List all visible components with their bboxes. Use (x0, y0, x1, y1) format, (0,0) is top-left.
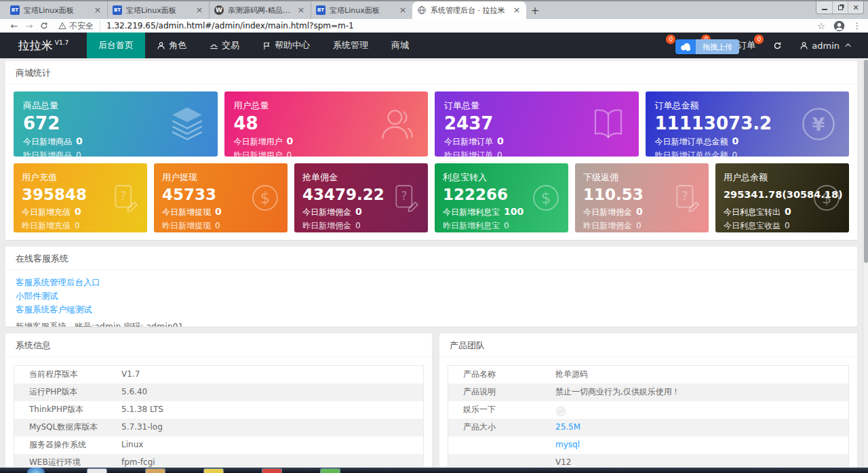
row-label: 娱乐一下 (448, 401, 555, 419)
mall-stats-title: 商城统计 (5, 61, 857, 85)
reload-icon (40, 22, 48, 30)
taskbar-app-icon[interactable] (262, 468, 282, 473)
taskbar-app-icon[interactable] (320, 468, 340, 473)
forward-button[interactable]: → (22, 21, 37, 31)
table-row: 娱乐一下 (448, 401, 848, 419)
row-value: fpm-fcgi (121, 454, 423, 468)
book-icon (589, 104, 628, 144)
dollar-icon: $ (250, 182, 281, 213)
svg-text:?: ? (401, 189, 407, 203)
stat-card-yesterday: 昨日新增利息宝0 (443, 220, 560, 232)
browser-tab-strip: BT宝塔Linux面板×BT宝塔Linux面板×W亲测源码网-精品资源站长亲测×… (0, 0, 868, 19)
address-bar[interactable]: 不安全 1.32.219.65/admin.html#/admin/index/… (58, 20, 810, 32)
browser-tab[interactable]: BT宝塔Linux面板× (107, 1, 209, 19)
system-info-title: 系统信息 (5, 333, 432, 357)
row-value[interactable]: 25.5M (555, 419, 848, 436)
nav-badge-item[interactable]: 0 (649, 33, 676, 58)
service-link[interactable]: 小部件测试 (16, 291, 847, 302)
svg-text:?: ? (682, 189, 688, 203)
stat-card-yesterday: 昨日新增订单总金额0 (655, 150, 840, 157)
table-row: ThinkPHP版本5.1.38 LTS (14, 401, 423, 419)
row-value[interactable]: mysql (555, 436, 848, 454)
svg-text:?: ? (120, 189, 126, 203)
tab-title: 亲测源码网-精品资源站长亲测 (228, 5, 292, 16)
taskbar-app-icon[interactable] (203, 468, 224, 473)
row-value: 5.6.40 (121, 384, 423, 401)
row-label: WEB运行环境 (14, 454, 121, 468)
nav-item-角色[interactable]: 角色 (145, 33, 198, 58)
count-badge: 0 (754, 35, 764, 44)
minimize-button[interactable] (816, 1, 832, 14)
nav-item-商城[interactable]: 商城 (380, 33, 420, 58)
broken-image-icon (555, 405, 566, 414)
stat-card-yesterday: 昨日新增商品0 (23, 150, 208, 157)
app-navbar: 拉拉米V1.7 后台首页角色交易帮助中心系统管理商城 0提现0购物订单0admi… (0, 33, 868, 58)
service-account-note: 新增客服系统 , 账号:admin 密码: admin01 (16, 321, 847, 327)
tab-close-icon[interactable]: × (398, 5, 408, 15)
browser-tab[interactable]: BT宝塔Linux面板× (5, 1, 107, 19)
browser-menu-icon[interactable]: ⋮ (853, 21, 861, 30)
flag-icon (262, 41, 271, 50)
row-label: 运行PHP版本 (14, 384, 121, 401)
start-orb-icon[interactable] (27, 468, 45, 473)
tab-close-icon[interactable]: × (296, 5, 306, 15)
stat-card-yesterday: 昨日新增佣金0 (302, 220, 420, 232)
row-label: ThinkPHP版本 (14, 401, 121, 419)
minimize-icon (822, 9, 827, 10)
nav-item-交易[interactable]: 交易 (198, 33, 251, 58)
close-button[interactable]: ✕ (848, 1, 863, 14)
table-row: 产品大小25.5M (448, 419, 848, 436)
warning-icon (58, 22, 66, 30)
doc-icon: ? (671, 182, 702, 213)
table-row: 服务器操作系统Linux (14, 436, 423, 454)
reload-button[interactable] (37, 22, 52, 30)
scales-icon (210, 41, 218, 50)
count-badge: 0 (666, 35, 675, 44)
dollar-icon: $ (530, 182, 561, 213)
taskbar-app-icon[interactable] (145, 468, 165, 473)
svg-text:$: $ (260, 189, 271, 207)
page-scrollbar[interactable] (863, 58, 868, 468)
windows-taskbar (0, 468, 868, 473)
nav-item-后台首页[interactable]: 后台首页 (87, 33, 145, 58)
product-team-title: 产品团队 (439, 333, 857, 357)
restore-button[interactable] (832, 1, 848, 14)
back-button[interactable]: ← (7, 21, 22, 31)
tab-close-icon[interactable]: × (195, 5, 204, 15)
refresh-button[interactable] (764, 33, 791, 58)
table-row: WEB运行环境fpm-fcgi (14, 454, 423, 468)
svg-text:$: $ (541, 189, 551, 207)
row-label: MySQL数据库版本 (14, 419, 121, 436)
tab-close-icon[interactable]: × (512, 5, 521, 15)
chevron-up-icon (845, 43, 850, 49)
security-chip[interactable]: 不安全 (58, 20, 100, 32)
scrollbar-thumb[interactable] (864, 60, 868, 263)
service-link[interactable]: 客服系统客户端测试 (16, 304, 847, 315)
nav-item-系统管理[interactable]: 系统管理 (321, 33, 380, 58)
stat-card-yesterday: 今日利息宝收益0 (724, 220, 841, 232)
drag-upload-label: 拖拽上传 (696, 39, 739, 54)
browser-tab[interactable]: BT宝塔Linux面板× (311, 1, 412, 19)
table-row: 运行PHP版本5.6.40 (14, 384, 423, 401)
browser-tab[interactable]: W亲测源码网-精品资源站长亲测× (209, 1, 311, 19)
dollar-icon: $ (811, 182, 842, 213)
new-tab-button[interactable]: + (526, 3, 544, 19)
drag-upload-overlay[interactable]: 拖拽上传 (675, 39, 739, 54)
stat-card-yesterday: 昨日新增充值0 (22, 220, 139, 232)
bookmark-star-icon[interactable]: ☆ (817, 21, 825, 31)
user-menu[interactable]: admin (791, 33, 860, 58)
toolbar-right: ☆ ⋮ (817, 20, 861, 32)
browser-tab[interactable]: 系统管理后台 · 拉拉米× (412, 1, 526, 19)
restore-icon (838, 5, 843, 10)
bt-favicon: BT (316, 5, 326, 15)
stat-card: 商品总量672今日新增商品0昨日新增商品0 (14, 91, 218, 157)
table-row: 当前程序版本V1.7 (14, 366, 423, 384)
profile-avatar[interactable] (833, 20, 845, 32)
taskbar-app-icon[interactable] (87, 468, 107, 473)
stat-card: 用户提现45733今日新增提现0昨日新增提现0$ (154, 163, 288, 232)
table-row: V12 (448, 454, 848, 468)
tab-close-icon[interactable]: × (93, 5, 102, 15)
service-link[interactable]: 客服系统管理后台入口 (16, 277, 847, 288)
nav-item-帮助中心[interactable]: 帮助中心 (251, 33, 321, 58)
row-value: 禁止一切商业行为,仅供娱乐使用！ (555, 384, 848, 401)
